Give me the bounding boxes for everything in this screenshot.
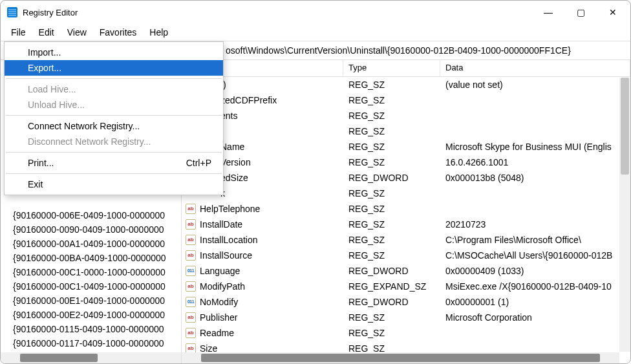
close-button[interactable]: ✕ (598, 2, 628, 23)
value-data: Microsoft Skype for Business MUI (Englis (440, 142, 630, 152)
tree-item[interactable]: {90160000-00A1-0409-1000-0000000 (1, 237, 181, 251)
minimize-button[interactable]: — (533, 2, 563, 23)
value-row[interactable]: tREG_SZ (182, 123, 630, 139)
scrollbar-thumb[interactable] (201, 354, 600, 362)
menu-item-exit[interactable]: Exit (5, 177, 223, 192)
value-row[interactable]: InstallDateREG_SZ20210723 (182, 217, 630, 232)
value-row[interactable]: VersionREG_SZ16.0.4266.1001 (182, 155, 630, 170)
value-row[interactable]: entsREG_SZ (182, 108, 630, 123)
menu-item-label: Import... (28, 47, 61, 58)
menu-item-label: Unload Hive... (28, 100, 85, 110)
value-type: REG_SZ (343, 126, 440, 136)
menu-favorites[interactable]: Favorites (93, 25, 144, 39)
menu-item-print[interactable]: Print...Ctrl+P (5, 155, 223, 171)
string-value-icon (186, 328, 196, 338)
value-type: REG_SZ (343, 188, 440, 198)
window-title: Registry Editor (23, 8, 533, 17)
value-type: REG_SZ (343, 235, 440, 245)
value-name: HelpTelephone (200, 204, 260, 214)
value-row[interactable]: ModifyPathREG_EXPAND_SZMsiExec.exe /X{90… (182, 279, 630, 294)
tree-item[interactable]: {90160000-0115-0409-1000-0000000 (1, 322, 181, 336)
value-name: Version (220, 157, 251, 167)
tree-item[interactable]: {90160000-00C1-0000-1000-0000000 (1, 265, 181, 279)
menu-item-label: Load Hive... (28, 84, 76, 94)
scrollbar-thumb[interactable] (20, 354, 98, 362)
value-row[interactable]: InstallSourceREG_SZC:\MSOCache\All Users… (182, 248, 630, 263)
menu-file[interactable]: File (5, 25, 32, 39)
value-data: (value not set) (440, 80, 630, 90)
value-name: Readme (200, 328, 234, 338)
menu-separator (6, 78, 222, 79)
menu-help[interactable]: Help (143, 25, 175, 39)
tree-item-label: {90160000-00E2-0409-1000-0000000 (13, 310, 165, 320)
value-type: REG_SZ (343, 250, 440, 261)
values-h-scrollbar[interactable] (182, 352, 619, 363)
value-row[interactable]: InstallLocationREG_SZC:\Program Files\Mi… (182, 232, 630, 248)
titlebar[interactable]: Registry Editor — ▢ ✕ (1, 1, 630, 24)
col-data[interactable]: Data (440, 60, 630, 76)
value-row[interactable]: ReadmeREG_SZ (182, 325, 630, 341)
values-pane[interactable]: Name Type Data t)REG_SZ(value not set)ze… (182, 60, 630, 363)
value-row[interactable]: NoModifyREG_DWORD0x00000001 (1) (182, 294, 630, 310)
menu-item-import[interactable]: Import... (5, 45, 223, 60)
value-data: 0x00000409 (1033) (440, 266, 630, 276)
menu-view[interactable]: View (61, 25, 93, 39)
tree-item[interactable]: {90160000-00C1-0409-1000-0000000 (1, 279, 181, 294)
value-row[interactable]: t)REG_SZ(value not set) (182, 77, 630, 92)
value-row[interactable]: PublisherREG_SZMicrosoft Corporation (182, 310, 630, 325)
menu-item-export[interactable]: Export... (5, 60, 223, 76)
value-data: MsiExec.exe /X{90160000-012B-0409-10 (440, 281, 630, 292)
menu-item-label: Print... (28, 158, 54, 168)
string-value-icon (186, 250, 196, 261)
value-type: REG_SZ (343, 157, 440, 167)
tree-item[interactable]: {90160000-00E2-0409-1000-0000000 (1, 308, 181, 322)
menu-item-disconnect-network-registry: Disconnect Network Registry... (5, 134, 223, 149)
tree-item-label: {90160000-00E1-0409-1000-0000000 (13, 295, 165, 306)
values-header[interactable]: Name Type Data (182, 60, 630, 77)
tree-item[interactable]: {90160000-0117-0409-1000-0000000 (1, 336, 181, 350)
value-type: REG_DWORD (343, 297, 440, 307)
tree-item-label: {90160000-00C1-0000-1000-0000000 (13, 267, 166, 277)
string-value-icon (186, 204, 196, 214)
value-row[interactable]: HelpTelephoneREG_SZ (182, 201, 630, 217)
values-body: t)REG_SZ(value not set)zedCDFPrefixREG_S… (182, 77, 630, 363)
value-data: 0x000013b8 (5048) (440, 173, 630, 183)
menu-separator (6, 152, 222, 153)
col-type[interactable]: Type (343, 60, 440, 76)
tree-item[interactable]: {90160000-006E-0409-1000-0000000 (1, 208, 181, 222)
value-row[interactable]: kREG_SZ (182, 186, 630, 201)
file-dropdown: Import...Export...Load Hive...Unload Hiv… (4, 41, 224, 195)
value-row[interactable]: LanguageREG_DWORD0x00000409 (1033) (182, 263, 630, 279)
value-type: REG_SZ (343, 204, 440, 214)
value-type: REG_EXPAND_SZ (343, 281, 440, 292)
menu-item-connect-network-registry[interactable]: Connect Network Registry... (5, 118, 223, 134)
scrollbar-thumb[interactable] (621, 78, 629, 175)
tree-h-scrollbar[interactable] (1, 352, 181, 363)
tree-item-label: {90160000-0115-0409-1000-0000000 (13, 324, 164, 334)
tree-item[interactable]: {90160000-00E1-0409-1000-0000000 (1, 294, 181, 308)
menu-edit[interactable]: Edit (32, 25, 61, 39)
string-value-icon (186, 281, 196, 292)
value-row[interactable]: edSizeREG_DWORD0x000013b8 (5048) (182, 170, 630, 186)
value-row[interactable]: NameREG_SZMicrosoft Skype for Business M… (182, 139, 630, 155)
menu-item-label: Connect Network Registry... (28, 121, 140, 131)
value-data: C:\MSOCache\All Users\{90160000-012B (440, 250, 630, 261)
value-name: Publisher (200, 312, 237, 323)
value-data: 16.0.4266.1001 (440, 157, 630, 167)
value-row[interactable]: zedCDFPrefixREG_SZ (182, 92, 630, 108)
tree-item[interactable]: {90160000-00BA-0409-1000-0000000 (1, 251, 181, 265)
value-data: 0x00000001 (1) (440, 297, 630, 307)
menu-separator (6, 173, 222, 174)
restore-button[interactable]: ▢ (566, 2, 595, 23)
values-v-scrollbar[interactable] (619, 78, 630, 352)
value-type: REG_SZ (343, 111, 440, 121)
value-name: NoModify (200, 297, 238, 307)
value-data: C:\Program Files\Microsoft Office\ (440, 235, 630, 245)
menu-item-load-hive: Load Hive... (5, 81, 223, 97)
menu-item-label: Disconnect Network Registry... (28, 136, 151, 147)
value-type: REG_DWORD (343, 173, 440, 183)
value-name: Language (200, 266, 240, 276)
tree-item[interactable]: {90160000-0090-0409-1000-0000000 (1, 222, 181, 237)
address-text: osoft\Windows\CurrentVersion\Uninstall\{… (226, 45, 571, 56)
value-data: 20210723 (440, 219, 630, 230)
